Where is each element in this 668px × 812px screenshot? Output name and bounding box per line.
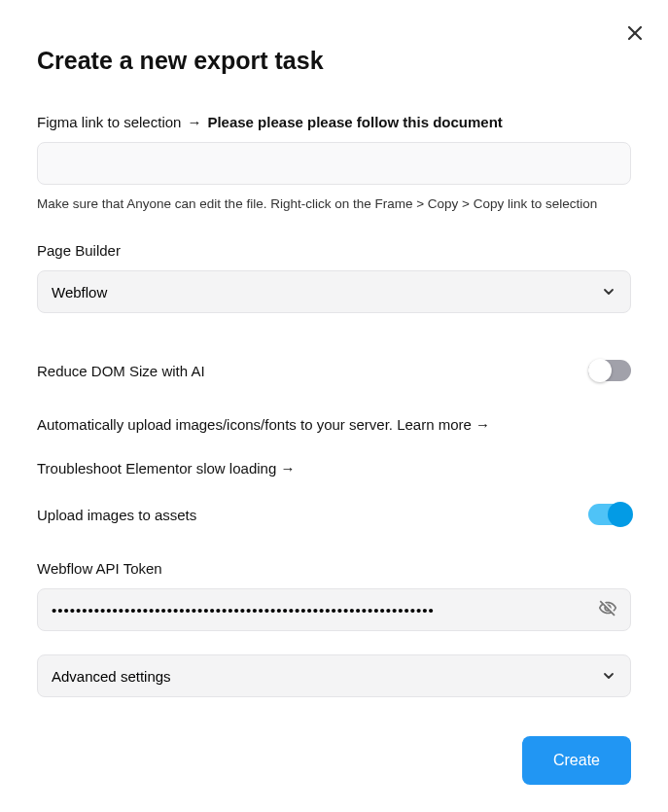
dialog-title: Create a new export task — [37, 47, 631, 75]
troubleshoot-link[interactable]: Troubleshoot Elementor slow loading → — [37, 460, 631, 477]
toggle-knob — [588, 359, 612, 382]
chevron-down-icon — [601, 668, 616, 684]
page-builder-select[interactable]: Webflow — [37, 270, 631, 313]
reduce-dom-toggle[interactable] — [588, 360, 631, 381]
page-builder-label: Page Builder — [37, 242, 631, 259]
dialog-footer: Create — [37, 736, 631, 785]
api-token-input[interactable] — [37, 588, 631, 631]
create-button[interactable]: Create — [522, 736, 631, 785]
toggle-visibility-button[interactable] — [594, 595, 621, 625]
chevron-down-icon — [601, 284, 616, 300]
page-builder-selected: Webflow — [52, 284, 107, 300]
upload-images-label: Upload images to assets — [37, 507, 196, 523]
upload-images-row: Upload images to assets — [37, 504, 631, 525]
close-icon — [625, 23, 645, 43]
follow-document-link[interactable]: Please please please follow this documen… — [207, 114, 502, 130]
auto-upload-link[interactable]: Automatically upload images/icons/fonts … — [37, 416, 631, 433]
close-button[interactable] — [621, 19, 649, 47]
upload-images-toggle[interactable] — [588, 504, 631, 525]
figma-link-input[interactable] — [37, 142, 631, 185]
figma-link-helper: Make sure that Anyone can edit the file.… — [37, 196, 631, 211]
export-task-dialog: Create a new export task Figma link to s… — [0, 0, 668, 812]
toggle-knob — [608, 502, 633, 527]
figma-link-label: Figma link to selection — [37, 114, 181, 130]
arrow-right-icon: → — [187, 114, 201, 130]
eye-off-icon — [598, 599, 617, 618]
api-token-label: Webflow API Token — [37, 560, 631, 577]
advanced-settings-toggle[interactable]: Advanced settings — [37, 654, 631, 697]
advanced-settings-label: Advanced settings — [52, 668, 171, 685]
figma-link-label-row: Figma link to selection → Please please … — [37, 114, 631, 130]
reduce-dom-row: Reduce DOM Size with AI — [37, 360, 631, 381]
reduce-dom-label: Reduce DOM Size with AI — [37, 363, 205, 379]
